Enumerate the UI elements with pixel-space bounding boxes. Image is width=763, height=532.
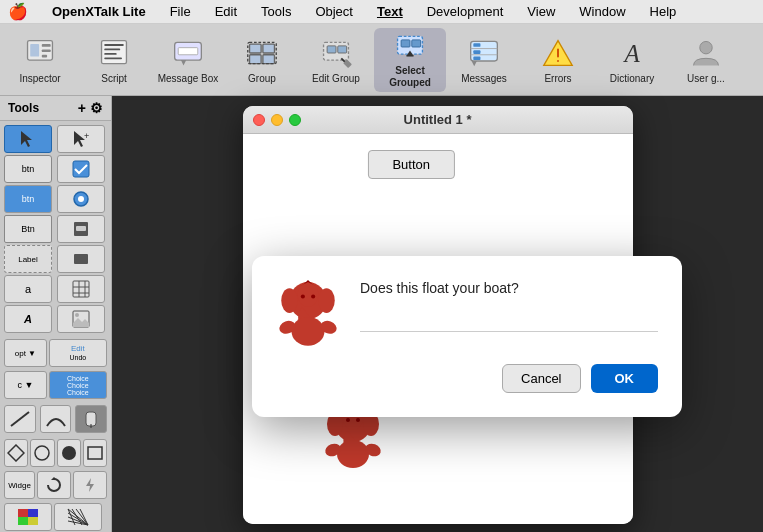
tool-checkbox[interactable] [57,155,105,183]
svg-point-94 [301,294,305,298]
svg-rect-6 [104,44,124,46]
tool-oval[interactable] [30,439,54,467]
svg-rect-49 [73,281,89,297]
select-grouped-button[interactable]: Select Grouped [374,28,446,92]
tool-arrow[interactable] [4,125,52,153]
tool-diamond[interactable] [4,439,28,467]
group-icon [244,35,280,71]
svg-marker-59 [8,445,24,461]
svg-rect-25 [412,39,421,46]
dialog-input[interactable] [360,308,658,332]
svg-marker-11 [181,60,186,65]
combo-tools-row: opt ▼ Edit Undo [0,337,111,369]
svg-rect-15 [250,54,262,63]
tool-label[interactable]: Label [4,245,52,273]
menu-help[interactable]: Help [646,2,681,21]
svg-point-91 [292,317,325,346]
tool-border[interactable] [57,245,105,273]
user-button[interactable]: User g... [670,28,742,92]
script-label: Script [101,73,127,85]
messages-icon [466,35,502,71]
window-maximize-button[interactable] [289,114,301,126]
dialog-body: Does this float your boat? [276,280,658,344]
tools-settings-icon[interactable]: ⚙ [90,100,103,116]
edit-group-button[interactable]: Edit Group [300,28,372,92]
dictionary-button[interactable]: A Dictionary [596,28,668,92]
svg-text:A: A [622,39,640,66]
tool-spin[interactable] [37,471,71,499]
svg-point-61 [62,446,76,460]
tool-multi[interactable]: Edit Undo [49,339,107,367]
tool-lightning[interactable] [73,471,107,499]
select-grouped-label: Select Grouped [378,65,442,89]
app-name[interactable]: OpenXTalk Lite [48,2,150,21]
tool-curve[interactable] [40,405,72,433]
canvas-button[interactable]: Button [367,150,455,179]
user-icon [688,35,724,71]
dialog-cancel-button[interactable]: Cancel [502,364,580,393]
group-button[interactable]: Group [226,28,298,92]
tool-styled-text[interactable]: A [4,305,52,333]
inspector-button[interactable]: Inspector [4,28,76,92]
menu-view[interactable]: View [523,2,559,21]
tool-pattern[interactable] [54,503,102,531]
tool-button-outline[interactable]: btn [4,155,52,183]
edit-group-icon [318,35,354,71]
line-tools-row [0,401,111,437]
menu-development[interactable]: Development [423,2,508,21]
menu-window[interactable]: Window [575,2,629,21]
messages-button[interactable]: Messages [448,28,520,92]
tool-filled-oval[interactable] [57,439,81,467]
svg-rect-62 [88,447,102,459]
add-tool-icon[interactable]: + [78,100,86,116]
window-title: Untitled 1 * [404,112,472,127]
svg-marker-34 [472,61,477,66]
svg-rect-66 [28,509,38,517]
errors-button[interactable]: Errors [522,28,594,92]
svg-point-39 [700,41,712,53]
message-box-button[interactable]: Message Box [152,28,224,92]
svg-rect-67 [18,517,28,525]
svg-point-90 [318,288,334,313]
window-close-button[interactable] [253,114,265,126]
tool-field[interactable]: a [4,275,52,303]
svg-rect-31 [473,43,480,47]
menu-object[interactable]: Object [311,2,357,21]
tool-combobox[interactable]: opt ▼ [4,339,47,367]
menu-tools[interactable]: Tools [257,2,295,21]
messages-label: Messages [461,73,507,85]
script-button[interactable]: Script [78,28,150,92]
menu-text[interactable]: Text [373,2,407,21]
svg-rect-19 [327,45,336,52]
tool-rect[interactable] [83,439,107,467]
tool-grid[interactable] [57,275,105,303]
tool-line[interactable] [4,405,36,433]
svg-rect-3 [42,49,51,52]
tool-image[interactable] [57,305,105,333]
svg-rect-24 [401,39,410,46]
tool-pen[interactable] [75,405,107,433]
tool-button-blue[interactable]: btn [4,185,52,213]
tool-arrow-plus[interactable]: + [57,125,105,153]
svg-point-60 [35,446,49,460]
tool-widget[interactable]: Widge [4,471,35,499]
menu-edit[interactable]: Edit [211,2,241,21]
tool-select[interactable]: c ▼ [4,371,47,399]
dialog-question: Does this float your boat? [360,280,658,296]
dialog-ok-button[interactable]: OK [591,364,659,393]
svg-rect-12 [178,47,198,54]
tool-color-fill[interactable] [4,503,52,531]
select-grouped-icon [392,31,428,63]
tool-scrollbar[interactable] [57,215,105,243]
svg-rect-33 [473,56,480,60]
tool-list[interactable]: Choice Choice Choice [49,371,107,399]
window-minimize-button[interactable] [271,114,283,126]
svg-rect-37 [557,60,559,62]
menu-file[interactable]: File [166,2,195,21]
apple-menu[interactable]: 🍎 [8,2,28,21]
tools-panel-header: Tools + ⚙ [0,96,111,121]
svg-point-88 [298,282,319,307]
tool-button-gray[interactable]: Btn [4,215,52,243]
svg-rect-48 [74,254,88,264]
tool-radio[interactable] [57,185,105,213]
